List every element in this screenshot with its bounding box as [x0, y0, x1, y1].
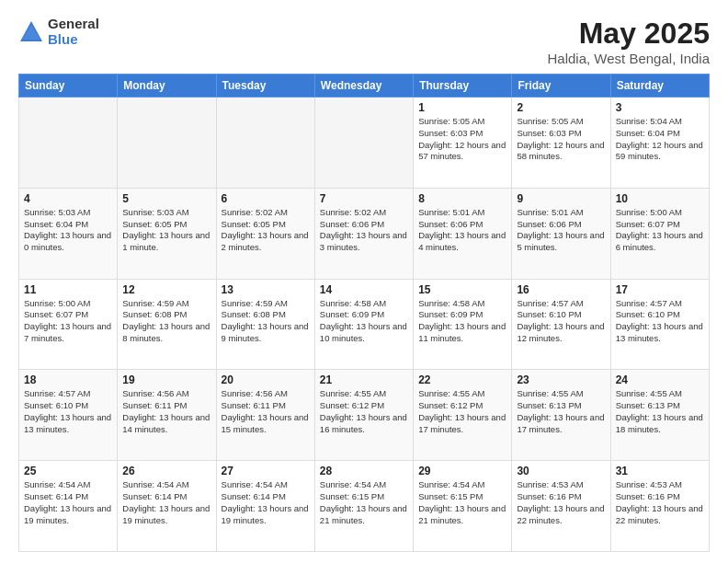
day-number: 25 [24, 465, 112, 477]
calendar-week-row: 4Sunrise: 5:03 AMSunset: 6:04 PMDaylight… [19, 188, 710, 279]
calendar-cell: 6Sunrise: 5:02 AMSunset: 6:05 PMDaylight… [216, 188, 314, 279]
main-title: May 2025 [548, 17, 711, 51]
calendar-cell: 10Sunrise: 5:00 AMSunset: 6:07 PMDayligh… [610, 188, 709, 279]
day-info: Sunrise: 4:59 AMSunset: 6:08 PMDaylight:… [122, 298, 210, 345]
day-info: Sunrise: 4:55 AMSunset: 6:13 PMDaylight:… [517, 388, 605, 435]
calendar-cell [118, 98, 216, 189]
calendar-cell: 13Sunrise: 4:59 AMSunset: 6:08 PMDayligh… [216, 279, 314, 370]
calendar-week-row: 18Sunrise: 4:57 AMSunset: 6:10 PMDayligh… [19, 370, 710, 461]
day-number: 11 [24, 283, 112, 296]
day-info: Sunrise: 5:04 AMSunset: 6:04 PMDaylight:… [616, 116, 704, 163]
day-number: 3 [616, 101, 704, 114]
day-number: 26 [122, 465, 210, 477]
day-info: Sunrise: 5:02 AMSunset: 6:05 PMDaylight:… [222, 207, 310, 254]
calendar-cell: 28Sunrise: 4:54 AMSunset: 6:15 PMDayligh… [314, 461, 413, 552]
day-info: Sunrise: 5:00 AMSunset: 6:07 PMDaylight:… [24, 298, 112, 345]
calendar-cell: 17Sunrise: 4:57 AMSunset: 6:10 PMDayligh… [610, 279, 709, 370]
calendar-cell: 19Sunrise: 4:56 AMSunset: 6:11 PMDayligh… [118, 370, 216, 461]
day-number: 1 [418, 101, 506, 114]
day-info: Sunrise: 4:55 AMSunset: 6:13 PMDaylight:… [616, 388, 704, 435]
day-info: Sunrise: 4:53 AMSunset: 6:16 PMDaylight:… [517, 479, 605, 526]
calendar-cell: 24Sunrise: 4:55 AMSunset: 6:13 PMDayligh… [610, 370, 709, 461]
day-info: Sunrise: 4:54 AMSunset: 6:15 PMDaylight:… [320, 479, 408, 526]
calendar-cell: 29Sunrise: 4:54 AMSunset: 6:15 PMDayligh… [414, 461, 512, 552]
logo: General Blue [18, 17, 99, 47]
day-number: 9 [517, 192, 605, 205]
day-number: 24 [616, 373, 704, 386]
logo-general-label: General [48, 17, 99, 32]
day-info: Sunrise: 4:55 AMSunset: 6:12 PMDaylight:… [418, 388, 506, 435]
day-number: 18 [24, 373, 112, 386]
calendar-cell: 16Sunrise: 4:57 AMSunset: 6:10 PMDayligh… [512, 279, 610, 370]
day-number: 14 [320, 283, 408, 296]
day-number: 10 [616, 192, 704, 205]
calendar-cell: 21Sunrise: 4:55 AMSunset: 6:12 PMDayligh… [314, 370, 413, 461]
day-number: 4 [24, 192, 112, 205]
weekday-header: Sunday [19, 75, 118, 98]
day-info: Sunrise: 4:57 AMSunset: 6:10 PMDaylight:… [24, 388, 112, 435]
weekday-header: Saturday [610, 75, 709, 98]
calendar-cell: 4Sunrise: 5:03 AMSunset: 6:04 PMDaylight… [19, 188, 118, 279]
day-number: 19 [122, 373, 210, 386]
calendar-cell: 7Sunrise: 5:02 AMSunset: 6:06 PMDaylight… [314, 188, 413, 279]
day-number: 2 [517, 101, 605, 114]
calendar-cell: 14Sunrise: 4:58 AMSunset: 6:09 PMDayligh… [314, 279, 413, 370]
logo-icon [18, 19, 44, 45]
day-number: 12 [122, 283, 210, 296]
calendar-cell: 30Sunrise: 4:53 AMSunset: 6:16 PMDayligh… [512, 461, 610, 552]
calendar-week-row: 1Sunrise: 5:05 AMSunset: 6:03 PMDaylight… [19, 98, 710, 189]
day-info: Sunrise: 4:57 AMSunset: 6:10 PMDaylight:… [517, 298, 605, 345]
calendar-cell: 26Sunrise: 4:54 AMSunset: 6:14 PMDayligh… [118, 461, 216, 552]
day-info: Sunrise: 4:54 AMSunset: 6:14 PMDaylight:… [122, 479, 210, 526]
calendar-cell: 23Sunrise: 4:55 AMSunset: 6:13 PMDayligh… [512, 370, 610, 461]
calendar-cell: 20Sunrise: 4:56 AMSunset: 6:11 PMDayligh… [216, 370, 314, 461]
calendar-cell [314, 98, 413, 189]
calendar-cell: 2Sunrise: 5:05 AMSunset: 6:03 PMDaylight… [512, 98, 610, 189]
calendar-header-row: SundayMondayTuesdayWednesdayThursdayFrid… [19, 75, 710, 98]
weekday-header: Thursday [414, 75, 512, 98]
calendar-cell: 8Sunrise: 5:01 AMSunset: 6:06 PMDaylight… [414, 188, 512, 279]
day-number: 15 [418, 283, 506, 296]
calendar-cell: 27Sunrise: 4:54 AMSunset: 6:14 PMDayligh… [216, 461, 314, 552]
day-number: 16 [517, 283, 605, 296]
day-info: Sunrise: 5:03 AMSunset: 6:04 PMDaylight:… [24, 207, 112, 254]
calendar-cell: 11Sunrise: 5:00 AMSunset: 6:07 PMDayligh… [19, 279, 118, 370]
weekday-header: Tuesday [216, 75, 314, 98]
logo-blue-label: Blue [48, 32, 99, 48]
day-info: Sunrise: 4:54 AMSunset: 6:14 PMDaylight:… [222, 479, 310, 526]
day-number: 6 [222, 192, 310, 205]
calendar-cell: 5Sunrise: 5:03 AMSunset: 6:05 PMDaylight… [118, 188, 216, 279]
day-number: 7 [320, 192, 408, 205]
weekday-header: Friday [512, 75, 610, 98]
day-info: Sunrise: 4:56 AMSunset: 6:11 PMDaylight:… [122, 388, 210, 435]
header: General Blue May 2025 Haldia, West Benga… [18, 17, 710, 66]
day-info: Sunrise: 5:01 AMSunset: 6:06 PMDaylight:… [517, 207, 605, 254]
day-number: 13 [222, 283, 310, 296]
svg-marker-1 [22, 25, 40, 40]
day-info: Sunrise: 4:57 AMSunset: 6:10 PMDaylight:… [616, 298, 704, 345]
sub-title: Haldia, West Bengal, India [548, 51, 711, 66]
calendar-cell: 31Sunrise: 4:53 AMSunset: 6:16 PMDayligh… [610, 461, 709, 552]
day-info: Sunrise: 4:56 AMSunset: 6:11 PMDaylight:… [222, 388, 310, 435]
day-number: 17 [616, 283, 704, 296]
day-number: 20 [222, 373, 310, 386]
day-info: Sunrise: 4:54 AMSunset: 6:14 PMDaylight:… [24, 479, 112, 526]
day-info: Sunrise: 5:03 AMSunset: 6:05 PMDaylight:… [122, 207, 210, 254]
day-number: 31 [616, 465, 704, 477]
day-info: Sunrise: 5:05 AMSunset: 6:03 PMDaylight:… [418, 116, 506, 163]
title-area: May 2025 Haldia, West Bengal, India [548, 17, 711, 66]
calendar-week-row: 11Sunrise: 5:00 AMSunset: 6:07 PMDayligh… [19, 279, 710, 370]
page: General Blue May 2025 Haldia, West Benga… [0, 0, 728, 563]
day-number: 22 [418, 373, 506, 386]
day-info: Sunrise: 4:54 AMSunset: 6:15 PMDaylight:… [418, 479, 506, 526]
calendar-cell: 1Sunrise: 5:05 AMSunset: 6:03 PMDaylight… [414, 98, 512, 189]
day-number: 21 [320, 373, 408, 386]
day-number: 23 [517, 373, 605, 386]
calendar-cell: 15Sunrise: 4:58 AMSunset: 6:09 PMDayligh… [414, 279, 512, 370]
day-info: Sunrise: 4:53 AMSunset: 6:16 PMDaylight:… [616, 479, 704, 526]
day-info: Sunrise: 4:55 AMSunset: 6:12 PMDaylight:… [320, 388, 408, 435]
day-number: 30 [517, 465, 605, 477]
calendar-cell: 9Sunrise: 5:01 AMSunset: 6:06 PMDaylight… [512, 188, 610, 279]
calendar-cell: 3Sunrise: 5:04 AMSunset: 6:04 PMDaylight… [610, 98, 709, 189]
day-info: Sunrise: 5:02 AMSunset: 6:06 PMDaylight:… [320, 207, 408, 254]
